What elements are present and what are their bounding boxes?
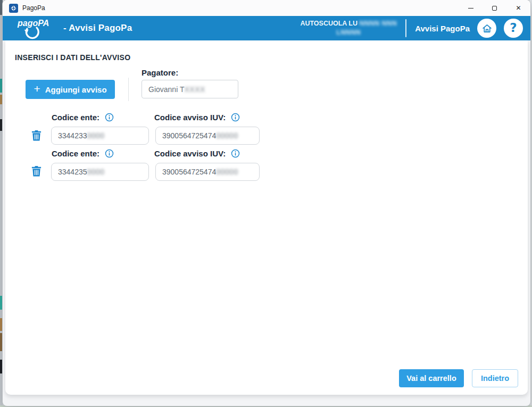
pagopa-logo-text: pagoPA <box>17 19 49 28</box>
company-name-visible: AUTOSCUOLA LU <box>300 20 358 27</box>
info-icon[interactable] <box>231 113 240 122</box>
codice-avviso-iuv-input[interactable]: 3900564725474 00000 <box>155 163 260 181</box>
app-header: pagoPA - Avvisi PagoPa AUTOSCUOLA LU NNN… <box>3 16 530 40</box>
app-icon <box>9 4 18 13</box>
pagatore-value-masked: XXXX <box>184 85 205 94</box>
home-button[interactable] <box>477 19 496 38</box>
close-icon: ✕ <box>516 5 521 11</box>
vai-al-carrello-button[interactable]: Vai al carrello <box>399 369 464 387</box>
trash-icon <box>31 165 42 177</box>
pagatore-value: Giovanni T <box>148 85 184 94</box>
codice-ente-input[interactable]: 3344235 0000 <box>51 163 149 181</box>
codice-ente-input[interactable]: 3344233 0000 <box>51 127 149 145</box>
codice-ente-value: 3344235 <box>58 168 87 176</box>
codice-avviso-iuv-value: 3900564725474 <box>162 168 216 176</box>
codice-ente-value-masked: 0000 <box>87 168 105 176</box>
codice-ente-label: Codice ente: <box>52 113 99 122</box>
titlebar: PagoPa ✕ <box>3 0 530 16</box>
maximize-button[interactable] <box>483 0 506 16</box>
app-window: PagoPa ✕ pagoPA - Avvisi PagoPa AUTOSCUO… <box>3 0 530 406</box>
codice-ente-value-masked: 0000 <box>87 131 105 140</box>
add-avviso-button[interactable]: + Aggiungi avviso <box>26 80 115 99</box>
codice-avviso-iuv-value: 3900564725474 <box>162 131 216 140</box>
close-button[interactable]: ✕ <box>506 0 530 16</box>
codice-avviso-iuv-label: Codice avviso IUV: <box>154 149 226 158</box>
codice-avviso-iuv-value-masked: 00000 <box>216 168 238 176</box>
page-heading: INSERISCI I DATI DELL'AVVISO <box>15 53 130 62</box>
content-card: INSERISCI I DATI DELL'AVVISO + Aggiungi … <box>5 40 528 395</box>
home-icon <box>481 23 493 34</box>
window-title: PagoPa <box>22 4 45 12</box>
delete-avviso-button[interactable] <box>30 165 43 179</box>
info-icon[interactable] <box>105 113 114 122</box>
company-name-masked: LNNNN <box>336 29 361 36</box>
maximize-icon <box>492 6 497 11</box>
help-button[interactable]: ? <box>504 19 523 38</box>
info-icon[interactable] <box>105 149 114 158</box>
codice-avviso-iuv-value-masked: 00000 <box>216 131 238 140</box>
info-icon[interactable] <box>231 149 240 158</box>
delete-avviso-button[interactable] <box>30 129 43 143</box>
pagatore-label: Pagatore: <box>142 68 178 77</box>
trash-icon <box>31 129 42 142</box>
minimize-icon <box>468 8 473 9</box>
pagopa-logo: pagoPA <box>13 17 56 39</box>
question-icon: ? <box>510 22 517 35</box>
add-avviso-label: Aggiungi avviso <box>45 85 107 94</box>
codice-avviso-iuv-label: Codice avviso IUV: <box>154 113 226 122</box>
codice-ente-label: Codice ente: <box>52 149 99 158</box>
codice-avviso-iuv-input[interactable]: 3900564725474 00000 <box>155 127 260 145</box>
indietro-button[interactable]: Indietro <box>472 369 518 387</box>
company-name-masked: NNNN NNN <box>360 20 397 27</box>
codice-ente-value: 3344233 <box>58 131 87 140</box>
header-divider <box>405 19 406 37</box>
minimize-button[interactable] <box>459 0 483 16</box>
nav-avvisi-pagopa[interactable]: Avvisi PagoPa <box>415 24 470 33</box>
company-name: AUTOSCUOLA LU NNNN NNN LNNNN <box>300 19 397 37</box>
toolbar-divider <box>128 78 129 101</box>
pagatore-input[interactable]: Giovanni T XXXX <box>142 80 238 98</box>
page-title: - Avvisi PagoPa <box>63 23 132 34</box>
